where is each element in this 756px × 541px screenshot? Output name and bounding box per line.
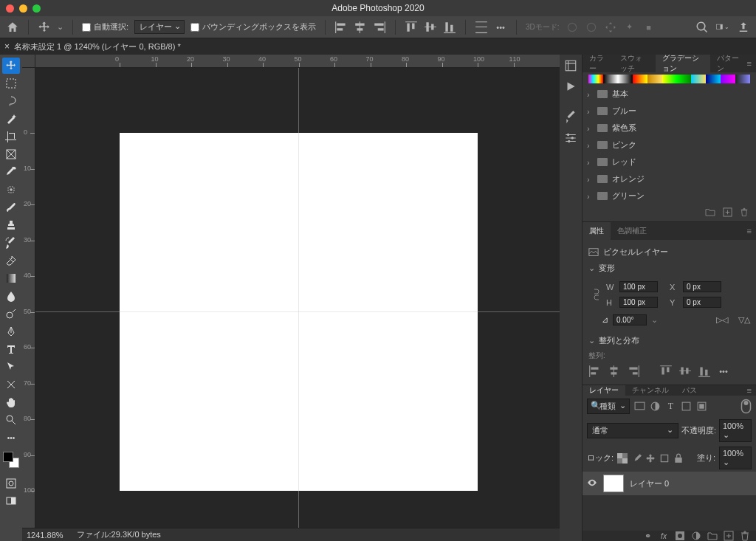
- brush-settings-icon[interactable]: [564, 131, 577, 145]
- filter-shape-icon[interactable]: [681, 401, 692, 412]
- minimize-window-button[interactable]: [19, 4, 27, 13]
- zoom-tool[interactable]: [2, 412, 20, 428]
- screenmode-tool[interactable]: [2, 493, 20, 509]
- align-right-edges-icon[interactable]: [627, 365, 640, 377]
- crop-tool[interactable]: [2, 128, 20, 145]
- share-icon[interactable]: [737, 21, 750, 34]
- layer-item[interactable]: レイヤー 0: [583, 472, 756, 495]
- brush-tool[interactable]: [2, 199, 20, 216]
- gradient-folder[interactable]: 基本: [583, 86, 756, 103]
- x-input[interactable]: [683, 281, 721, 292]
- tab-color[interactable]: カラー: [583, 55, 614, 72]
- frame-tool[interactable]: [2, 146, 20, 162]
- layer-fx-icon[interactable]: fx: [659, 531, 669, 541]
- close-window-button[interactable]: [6, 4, 14, 13]
- auto-select-checkbox[interactable]: 自動選択:: [82, 21, 128, 32]
- ruler-vertical[interactable]: 0102030405060708090100: [22, 68, 35, 528]
- shape-tool[interactable]: [2, 376, 20, 393]
- flip-h-icon[interactable]: ▷◁: [716, 315, 728, 325]
- marquee-tool[interactable]: [2, 75, 20, 92]
- align-section[interactable]: 整列と分布: [588, 332, 750, 349]
- blend-mode-select[interactable]: 通常⌄: [587, 423, 678, 438]
- align-vcenters-icon[interactable]: [678, 365, 692, 377]
- search-icon[interactable]: [695, 21, 709, 34]
- layer-name[interactable]: レイヤー 0: [630, 478, 669, 489]
- gradient-folder[interactable]: ブルー: [583, 103, 756, 120]
- document-tab[interactable]: × 名称未設定 1 @ 1240% (レイヤー 0, RGB/8) *: [4, 41, 181, 52]
- ruler-horizontal[interactable]: 0102030405060708090100110: [35, 55, 560, 68]
- more-options-icon[interactable]: •••: [494, 21, 507, 34]
- link-wh-icon[interactable]: [591, 286, 602, 303]
- viewport[interactable]: [35, 68, 560, 528]
- delete-preset-icon[interactable]: [740, 207, 749, 218]
- filter-smart-icon[interactable]: [696, 401, 707, 412]
- path-select-tool[interactable]: [2, 359, 20, 375]
- distribute-icon[interactable]: [475, 21, 488, 34]
- layer-filter-kind[interactable]: 🔍種類⌄: [587, 399, 630, 414]
- tab-properties[interactable]: 属性: [583, 222, 611, 240]
- stamp-tool[interactable]: [2, 217, 20, 233]
- maximize-window-button[interactable]: [32, 4, 41, 13]
- gradient-folder[interactable]: 紫色系: [583, 120, 756, 137]
- delete-layer-icon[interactable]: [740, 531, 750, 541]
- adjustment-layer-icon[interactable]: [691, 531, 701, 541]
- gradient-folder[interactable]: オレンジ: [583, 170, 756, 187]
- healing-tool[interactable]: [2, 182, 20, 198]
- file-info[interactable]: ファイル:29.3K/0 bytes: [77, 529, 161, 540]
- color-swatch[interactable]: [3, 452, 19, 468]
- eyedropper-tool[interactable]: [2, 164, 20, 180]
- tab-layers[interactable]: レイヤー: [583, 385, 625, 396]
- height-input[interactable]: [619, 297, 658, 308]
- ruler-corner[interactable]: [22, 55, 35, 68]
- align-top-edges-icon[interactable]: [659, 365, 673, 377]
- lock-position-icon[interactable]: [645, 453, 656, 464]
- filter-type-icon[interactable]: T: [665, 401, 676, 412]
- new-group-icon[interactable]: [705, 207, 715, 218]
- gradient-folder[interactable]: グリーン: [583, 187, 756, 204]
- gradient-presets[interactable]: [588, 75, 750, 83]
- lasso-tool[interactable]: [2, 93, 20, 109]
- link-layers-icon[interactable]: ⚭: [642, 531, 653, 541]
- lock-paint-icon[interactable]: [631, 453, 642, 464]
- tab-adjustments[interactable]: 色調補正: [611, 222, 653, 240]
- zoom-readout[interactable]: 1241.88%: [27, 531, 63, 540]
- fill-input[interactable]: 100% ⌄: [719, 447, 752, 469]
- align-left-edges-icon[interactable]: [588, 365, 602, 377]
- tab-paths[interactable]: パス: [676, 385, 704, 396]
- opacity-input[interactable]: 100% ⌄: [719, 419, 752, 442]
- history-brush-tool[interactable]: [2, 235, 20, 251]
- panel-menu-icon[interactable]: ≡: [747, 385, 756, 396]
- filter-pixel-icon[interactable]: [634, 401, 645, 412]
- align-hcenters-icon[interactable]: [608, 365, 621, 377]
- dodge-tool[interactable]: [2, 306, 20, 322]
- gradient-folder[interactable]: ピンク: [583, 137, 756, 154]
- home-icon[interactable]: [6, 21, 19, 34]
- align-hcenter-icon[interactable]: [354, 21, 367, 34]
- quickmask-tool[interactable]: [2, 475, 20, 492]
- align-vcenter-icon[interactable]: [424, 21, 437, 34]
- align-more-icon[interactable]: •••: [717, 365, 730, 377]
- layer-mask-icon[interactable]: [675, 531, 685, 541]
- type-tool[interactable]: [2, 341, 20, 357]
- transform-section[interactable]: 変形: [588, 260, 750, 277]
- move-tool-icon[interactable]: [38, 21, 51, 34]
- eraser-tool[interactable]: [2, 252, 20, 269]
- align-left-icon[interactable]: [334, 21, 348, 34]
- wand-tool[interactable]: [2, 111, 20, 127]
- pen-tool[interactable]: [2, 323, 20, 340]
- hand-tool[interactable]: [2, 394, 20, 410]
- align-top-icon[interactable]: [405, 21, 418, 34]
- align-right-icon[interactable]: [373, 21, 386, 34]
- panel-menu-icon[interactable]: ≡: [747, 222, 756, 240]
- lock-transparent-icon[interactable]: [617, 453, 628, 464]
- close-tab-icon[interactable]: ×: [4, 41, 10, 52]
- flip-v-icon[interactable]: ▽△: [738, 315, 750, 325]
- tab-gradient[interactable]: グラデーション: [656, 55, 709, 72]
- move-tool[interactable]: [2, 58, 20, 74]
- history-panel-icon[interactable]: [564, 59, 577, 72]
- layer-thumbnail[interactable]: [603, 475, 624, 492]
- angle-input[interactable]: [613, 314, 647, 325]
- new-layer-icon[interactable]: [724, 531, 734, 541]
- tab-channels[interactable]: チャンネル: [625, 385, 676, 396]
- guide-vertical[interactable]: [298, 68, 299, 528]
